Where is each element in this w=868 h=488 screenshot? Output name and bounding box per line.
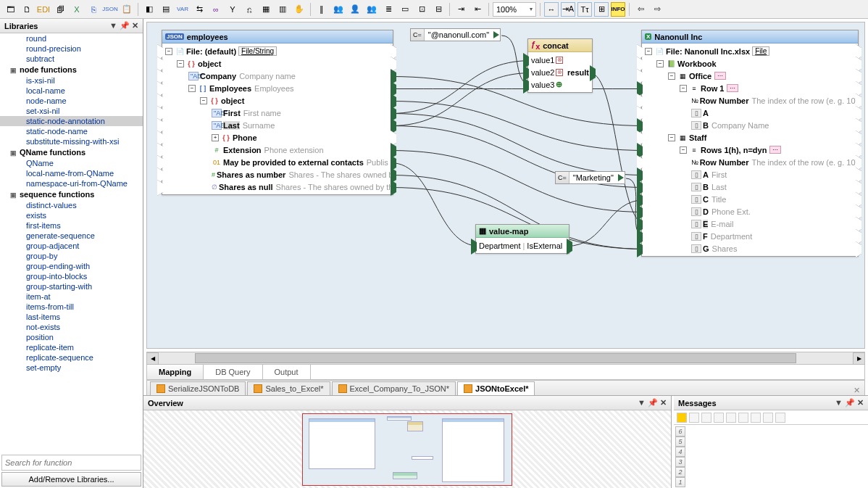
tree-row[interactable]: #Shares as numberShares - The shares own…	[165, 168, 390, 181]
messages-body[interactable]: 123456	[674, 425, 868, 488]
library-function[interactable]: is-xsi-nil	[0, 75, 143, 86]
concat-title[interactable]: ƒx concat	[528, 39, 592, 52]
tree-row[interactable]: ▯FDepartment	[645, 230, 855, 242]
tree-row[interactable]: ▯BLast	[645, 181, 855, 193]
delete-icon[interactable]: ⊗	[556, 69, 563, 76]
tree-row[interactable]: −≡Row 1⋯	[645, 82, 855, 94]
tree-row[interactable]: ▯EE-mail	[645, 218, 855, 230]
tool-icon[interactable]: Tτ	[577, 2, 592, 17]
tool-icon[interactable]: 🗋	[20, 2, 34, 17]
library-function[interactable]: items-from-till	[0, 302, 143, 312]
tool-icon[interactable]	[738, 413, 748, 423]
expand-icon[interactable]: −	[177, 60, 184, 67]
message-tab[interactable]: 3	[675, 457, 685, 467]
expand-icon[interactable]: −	[680, 146, 687, 154]
library-function[interactable]: group-starting-with	[0, 281, 143, 291]
tool-icon[interactable]	[751, 413, 761, 423]
tree-row[interactable]: №Row NumberThe index of the row (e. g. 1…	[645, 94, 855, 107]
tool-icon[interactable]: 📋	[120, 2, 134, 17]
value-map-function[interactable]: ▦ value-map Department | IsExternal	[475, 224, 569, 254]
fwd-icon[interactable]: ⇨	[650, 2, 664, 17]
file-string-button[interactable]: File/String	[238, 46, 277, 56]
doc-tab[interactable]: JSONtoExcel*	[457, 381, 535, 395]
close-icon[interactable]: ✕	[132, 21, 138, 30]
tool-icon[interactable]: ⊞	[594, 2, 609, 17]
close-tab-icon[interactable]: ✕	[849, 386, 864, 395]
message-tab[interactable]: 2	[675, 467, 685, 477]
dropdown-icon[interactable]: ▼	[835, 398, 843, 408]
tool-icon[interactable]: ⇥	[454, 2, 468, 17]
tool-icon[interactable]: ✋	[292, 2, 306, 17]
source-title[interactable]: JSON employees	[162, 30, 393, 44]
tool-icon[interactable]: ▭	[398, 2, 412, 17]
tree-row[interactable]: #ExtensionPhone extension	[165, 144, 390, 156]
library-function[interactable]: group-adjacent	[0, 241, 143, 251]
mapping-canvas[interactable]: JSON employees − 📄 File: (default) File/…	[146, 22, 865, 349]
tool-icon[interactable]	[714, 413, 724, 423]
tool-icon[interactable]	[726, 413, 736, 423]
library-function[interactable]: group-by	[0, 251, 143, 261]
close-icon[interactable]: ✕	[660, 398, 667, 408]
overview-minimap[interactable]	[143, 410, 671, 488]
tree-row[interactable]: №Row NumberThe index of the row (e. g. 1…	[645, 156, 855, 168]
library-function[interactable]: distinct-values	[0, 200, 143, 210]
tree-row[interactable]: ▯BCompany Name	[645, 119, 855, 131]
doc-tab[interactable]: Sales_to_Excel*	[247, 381, 330, 395]
doc-tab[interactable]: SerializeJSONToDB	[150, 381, 246, 395]
tool-icon[interactable]: ∞	[209, 2, 223, 17]
library-function[interactable]: replicate-sequence	[0, 352, 143, 363]
library-function[interactable]: exists	[0, 210, 143, 220]
dropdown-icon[interactable]: ▼	[109, 21, 117, 30]
expand-icon[interactable]: −	[668, 134, 675, 141]
tool-icon[interactable]: ▦	[259, 2, 273, 17]
library-function[interactable]: set-xsi-nil	[0, 106, 143, 116]
concat-value1[interactable]: value1⊗	[531, 54, 589, 66]
tree-row[interactable]: −≡Rows 1(h), n=dyn⋯	[645, 144, 855, 156]
tree-row[interactable]: ▯AFirst	[645, 168, 855, 181]
tool-icon[interactable]: X	[70, 2, 84, 17]
horizontal-scrollbar[interactable]: ◀ ▶	[146, 352, 865, 364]
tree-row[interactable]: +{ }Phone	[165, 131, 390, 144]
tool-icon[interactable]: ⇥A	[561, 2, 575, 17]
tree-row[interactable]: −[ ]EmployeesEmployees	[165, 82, 390, 94]
back-icon[interactable]: ⇦	[633, 2, 648, 17]
tool-icon[interactable]: 👥	[364, 2, 379, 17]
message-tab[interactable]: 5	[675, 437, 685, 447]
library-function[interactable]: group-ending-with	[0, 261, 143, 271]
library-function[interactable]: last-items	[0, 312, 143, 322]
tree-row[interactable]: ▯DPhone Ext.	[645, 205, 855, 218]
target-component[interactable]: X Nanonull Inc − 📄 File: Nanonull Inc.xl…	[641, 30, 859, 257]
constant-marketing[interactable]: C= "Marketing"	[555, 171, 625, 184]
concat-value2[interactable]: value2⊗result	[531, 66, 589, 78]
scroll-right-icon[interactable]: ▶	[853, 352, 865, 365]
library-category[interactable]: QName functions	[0, 146, 143, 158]
collapse-icon[interactable]: −	[645, 48, 652, 55]
library-function[interactable]: local-name-from-QName	[0, 168, 143, 178]
delete-icon[interactable]: ⊗	[556, 57, 563, 64]
expand-icon[interactable]: −	[200, 97, 207, 104]
tool-icon[interactable]: 🗔	[3, 2, 17, 17]
tool-icon[interactable]: 🗐	[53, 2, 67, 17]
collapse-icon[interactable]: −	[165, 48, 172, 55]
library-function[interactable]: local-name	[0, 86, 143, 96]
expand-icon[interactable]: −	[680, 85, 687, 92]
tool-icon[interactable]	[701, 413, 711, 423]
file-row[interactable]: − 📄 File: Nanonull Inc.xlsx File	[645, 45, 855, 57]
tool-icon[interactable]: ↔	[544, 2, 559, 17]
library-function[interactable]: first-items	[0, 220, 143, 231]
tool-icon[interactable]: ◧	[142, 2, 157, 17]
tool-icon[interactable]	[775, 413, 785, 423]
tool-icon[interactable]	[763, 413, 773, 423]
tree-row[interactable]: ∅Shares as nullShares - The shares owned…	[165, 181, 390, 193]
constant-nanonull[interactable]: C= "@nanonull.com"	[410, 28, 501, 41]
tree-row[interactable]: ▯GShares	[645, 242, 855, 255]
value-map-title[interactable]: ▦ value-map	[476, 225, 569, 238]
message-tab[interactable]: 4	[675, 447, 685, 457]
tree-row[interactable]: ▯CTitle	[645, 193, 855, 205]
tree-row[interactable]: "AB"CompanyCompany name	[165, 70, 390, 82]
tool-icon[interactable]: EDI	[36, 2, 51, 17]
message-tab[interactable]: 1	[675, 477, 685, 487]
tool-icon[interactable]	[689, 413, 699, 423]
tree-row[interactable]: −▦Staff	[645, 131, 855, 144]
tab-output[interactable]: Output	[263, 365, 311, 379]
